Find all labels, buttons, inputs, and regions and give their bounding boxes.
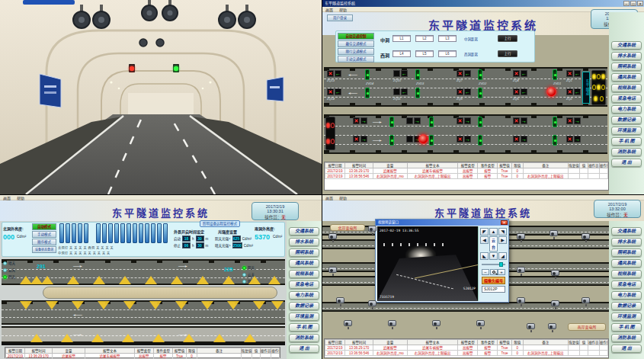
maximize-button[interactable]: □ xyxy=(630,1,636,6)
device-status-button[interactable]: 设备状态查询 xyxy=(32,246,56,253)
sidebar-button[interactable]: 手 机 图 xyxy=(289,323,319,332)
signal-light[interactable]: ZVD4 xyxy=(365,69,370,80)
lamp-group-switch[interactable] xyxy=(133,223,137,243)
lane-signal-group[interactable]: ✕→ xyxy=(513,117,527,124)
weather-indicator[interactable]: 云天 xyxy=(3,268,15,272)
zoom-out-button[interactable]: − xyxy=(482,269,489,275)
menu-item-help[interactable]: 帮助 xyxy=(17,195,24,200)
camera-icon[interactable] xyxy=(336,297,344,303)
mode-sequence-button[interactable]: 顺序模式 xyxy=(32,239,56,245)
sidebar-button[interactable]: 退 出 xyxy=(289,345,319,353)
lamp-group-switch[interactable] xyxy=(102,223,107,243)
alarm-row[interactable]: 2017/2/1913:36:56:546右洞洞外亮度_mo右洞洞外亮度_上限输… xyxy=(325,174,608,179)
sunny-threshold-value[interactable]: 2500 xyxy=(232,242,242,248)
lane-signal-group[interactable]: ✕→ xyxy=(566,117,581,124)
pan-down-button[interactable]: ▼ xyxy=(489,252,498,260)
lane-signal-group[interactable]: ✕→ xyxy=(457,117,471,124)
signal-light[interactable] xyxy=(429,135,434,146)
sidebar-button[interactable]: 视频系统 xyxy=(289,270,319,278)
lamp-group-switch[interactable] xyxy=(157,223,162,243)
lane-signal-group[interactable]: ✕→ xyxy=(353,117,367,124)
mode-manual-button[interactable]: 手动模式 xyxy=(32,231,56,238)
user-login-button[interactable]: 用户登录 xyxy=(327,14,353,21)
sidebar-button[interactable]: 数据记录 xyxy=(611,116,642,124)
lamp-group-switch[interactable] xyxy=(151,223,155,243)
alarm-indicator[interactable] xyxy=(418,134,428,144)
signal-light[interactable] xyxy=(429,117,434,127)
pan-down-right-button[interactable]: ◢ xyxy=(498,252,507,260)
pan-left-button[interactable]: ◀ xyxy=(480,236,489,244)
zoom-in-button[interactable]: + xyxy=(498,269,505,275)
lamp-group-switch[interactable] xyxy=(139,223,143,243)
lamp-group-switch[interactable] xyxy=(145,223,149,243)
signal-light[interactable]: ZVD2 xyxy=(478,69,482,80)
signal-light[interactable] xyxy=(478,135,482,146)
sidebar-button[interactable]: 退 出 xyxy=(611,159,642,167)
sidebar-button[interactable]: 视频系统 xyxy=(611,270,642,278)
sidebar-button[interactable]: 退 出 xyxy=(611,345,642,353)
mode-flow-button[interactable]: 顺行交通模式 xyxy=(338,48,374,55)
camera-icon[interactable] xyxy=(517,267,525,273)
lamp-group-switch[interactable] xyxy=(84,223,88,243)
sidebar-button[interactable]: 照明系统 xyxy=(611,63,642,71)
lane-signal-group[interactable]: ✕←ZQ5 xyxy=(513,88,527,95)
camera-icon[interactable] xyxy=(551,270,559,276)
sidebar-button[interactable]: 消防系统 xyxy=(289,334,319,342)
sidebar-button[interactable]: 紧急电话 xyxy=(611,280,642,289)
alarm-row[interactable]: 2017/2/1913:36:56:546右洞洞外亮度_mo右洞洞外亮度_上限输… xyxy=(325,351,608,356)
sidebar-button[interactable]: 手 机 图 xyxy=(611,137,642,146)
pan-up-button[interactable]: ▲ xyxy=(489,228,498,236)
pan-up-left-button[interactable]: ◤ xyxy=(480,228,489,236)
camera-icon[interactable] xyxy=(549,230,558,236)
sidebar-button[interactable]: 数据记录 xyxy=(611,302,642,310)
vms-sign[interactable]: 东平隧道 xyxy=(582,72,590,104)
camera-icon[interactable] xyxy=(388,320,396,326)
pan-right-button[interactable]: ▶ xyxy=(498,236,507,244)
menu-item-view[interactable]: 画面 xyxy=(325,7,333,12)
camera-icon[interactable] xyxy=(582,297,590,303)
west-direction-button[interactable]: 上行 xyxy=(498,50,517,57)
sidebar-button[interactable]: 交通系统 xyxy=(611,227,642,236)
sidebar-button[interactable]: 通风系统 xyxy=(289,259,319,268)
camera-icon[interactable] xyxy=(476,320,485,326)
sidebar-button[interactable]: 照明系统 xyxy=(611,248,642,257)
camera-icon[interactable] xyxy=(344,320,352,326)
sidebar-button[interactable]: 紧急电话 xyxy=(289,280,319,289)
signal-light[interactable] xyxy=(478,88,482,98)
lane-signal-group[interactable]: ←ZQ11 xyxy=(393,88,408,95)
zoom-icon[interactable] xyxy=(490,269,498,275)
lamp-group-switch[interactable] xyxy=(108,223,113,243)
signal-light[interactable] xyxy=(415,88,420,98)
sidebar-button[interactable]: 环境监测 xyxy=(611,313,642,321)
mode-auto-button[interactable]: 自动交通控制 xyxy=(338,33,374,40)
lane-signal-group[interactable]: ✕←ZQ14 xyxy=(327,88,341,95)
lane-signal-group[interactable]: ✕←ZQ4 xyxy=(513,70,527,77)
signal-light[interactable]: ZVD3 xyxy=(415,69,420,80)
cloudy-threshold-value[interactable]: 625 xyxy=(232,236,241,242)
camera-icon[interactable] xyxy=(551,300,559,306)
camera-icon[interactable] xyxy=(548,323,556,329)
alarm-row[interactable]: 2017/2/1913:36:29:170追尾报警追尾车祸报警高报警报警True… xyxy=(325,168,608,174)
sidebar-button[interactable]: 消防系统 xyxy=(611,148,642,156)
sidebar-button[interactable]: 排水系统 xyxy=(611,52,642,60)
lane-input-l2[interactable]: L2 xyxy=(415,35,434,42)
minimize-button[interactable]: − xyxy=(623,1,630,6)
camera-icon[interactable] xyxy=(432,320,441,326)
lane-signal-group[interactable]: ✕→ xyxy=(566,136,581,143)
camera-icon[interactable] xyxy=(527,323,535,329)
sidebar-button[interactable]: 消防系统 xyxy=(611,334,642,342)
lamp-group-switch[interactable] xyxy=(72,223,76,243)
camera-icon[interactable] xyxy=(328,267,337,273)
sidebar-button[interactable]: 环境监测 xyxy=(611,127,642,135)
sidebar-button[interactable]: 交通系统 xyxy=(611,41,642,50)
lane-input-l1[interactable]: L1 xyxy=(392,35,411,42)
signal-light[interactable] xyxy=(478,117,482,127)
camera-icon[interactable] xyxy=(582,233,590,239)
menu-item-help[interactable]: 帮助 xyxy=(339,195,347,200)
start-hour-value[interactable]: 18 xyxy=(182,236,191,242)
window-titlebar[interactable]: 东平隧道监控系统 −□✕ xyxy=(322,0,644,7)
sidebar-button[interactable]: 排水系统 xyxy=(611,238,642,246)
weather-indicator[interactable]: 阴天 xyxy=(242,265,255,270)
sidebar-button[interactable]: 手 机 图 xyxy=(611,323,642,332)
sidebar-button[interactable]: 视频系统 xyxy=(611,84,642,92)
